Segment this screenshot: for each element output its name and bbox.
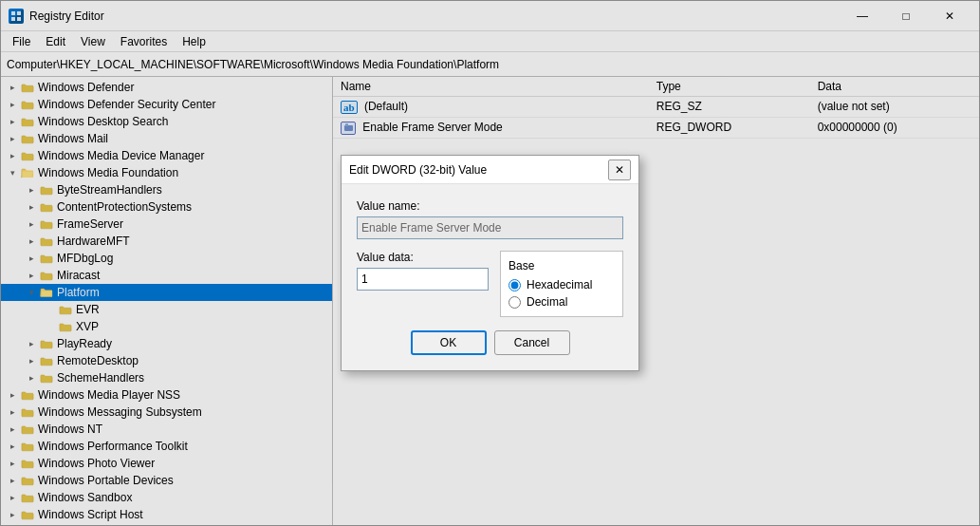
radio-dec-item[interactable]: Decimal: [508, 295, 615, 309]
base-section: Base Hexadecimal Decimal: [500, 251, 623, 317]
dialog-buttons: OK Cancel: [357, 330, 623, 355]
dialog-overlay: Edit DWORD (32-bit) Value ✕ Value name: …: [0, 0, 980, 526]
dialog-close-button[interactable]: ✕: [608, 160, 631, 180]
value-data-section: Value data:: [357, 251, 489, 317]
value-data-input[interactable]: [357, 268, 489, 291]
value-name-input[interactable]: [357, 216, 623, 239]
radio-dec-label: Decimal: [527, 295, 567, 309]
radio-hex[interactable]: [508, 279, 521, 291]
cancel-button[interactable]: Cancel: [494, 330, 570, 355]
dialog-row: Value data: Base Hexadecimal Decimal: [357, 251, 623, 317]
edit-dword-dialog: Edit DWORD (32-bit) Value ✕ Value name: …: [341, 155, 639, 371]
value-data-label: Value data:: [357, 251, 489, 264]
ok-button[interactable]: OK: [411, 330, 487, 355]
dialog-title-bar: Edit DWORD (32-bit) Value ✕: [342, 156, 638, 184]
dialog-title: Edit DWORD (32-bit) Value: [349, 163, 608, 177]
radio-hex-label: Hexadecimal: [527, 278, 592, 291]
value-name-label: Value name:: [357, 199, 623, 213]
radio-group: Hexadecimal Decimal: [508, 278, 615, 309]
radio-dec[interactable]: [508, 296, 521, 309]
dialog-body: Value name: Value data: Base Hexadecimal: [342, 184, 638, 370]
base-label: Base: [508, 259, 615, 272]
radio-hex-item[interactable]: Hexadecimal: [508, 278, 615, 291]
